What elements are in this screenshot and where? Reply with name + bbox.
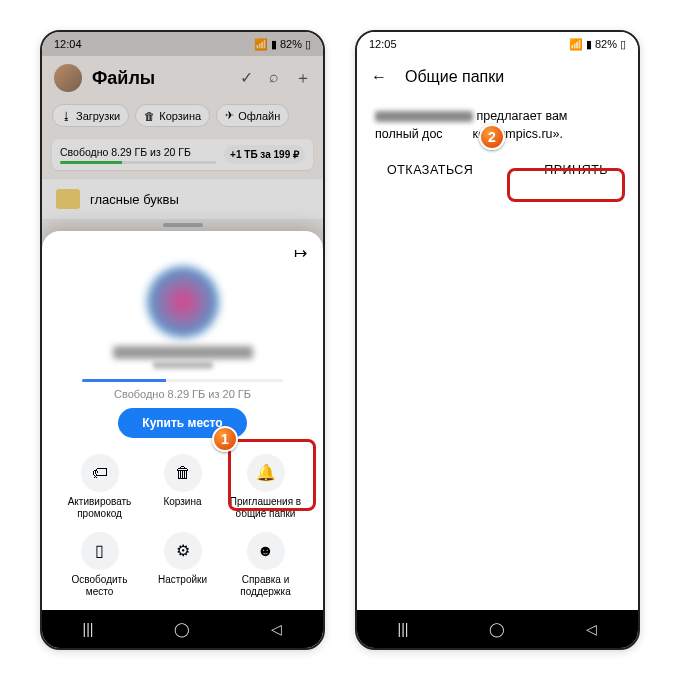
nav-bar: ||| ◯ ◁ [357,610,638,648]
check-icon[interactable]: ✓ [240,68,253,89]
status-icons: 📶 ▮ 82% ▯ [254,38,311,51]
marker-2: 2 [479,124,505,150]
add-icon[interactable]: ＋ [295,68,311,89]
wifi-icon: 📶 [569,38,583,51]
sheet-storage-text: Свободно 8.29 ГБ из 20 ГБ [52,388,313,400]
page-title: Файлы [92,68,230,89]
avatar[interactable] [54,64,82,92]
phone-right: 12:05 📶 ▮ 82% ▯ ← Общие папки предлагает… [355,30,640,650]
storage-free: Свободно 8.29 ГБ из 20 ГБ [60,146,216,158]
nav-back[interactable]: ◁ [586,621,597,637]
marker-1: 1 [212,426,238,452]
folder-name: гласные буквы [90,192,179,207]
trash-icon: 🗑 [144,110,155,122]
action-trash[interactable]: 🗑 Корзина [141,450,224,524]
battery-icon: ▯ [305,38,311,51]
app-header: ← Общие папки [357,56,638,98]
plane-icon: ✈ [225,109,234,122]
decline-button[interactable]: ОТКАЗАТЬСЯ [373,157,487,183]
signal-icon: ▮ [271,38,277,51]
status-bar: 12:05 📶 ▮ 82% ▯ [357,32,638,56]
nav-home[interactable]: ◯ [174,621,190,637]
nav-recent[interactable]: ||| [398,621,409,637]
back-icon[interactable]: ← [371,68,387,86]
wifi-icon: 📶 [254,38,268,51]
page-title: Общие папки [405,68,504,86]
folder-item[interactable]: гласные буквы [42,178,323,219]
action-free-space[interactable]: ▯ Освободить место [58,528,141,602]
status-icons: 📶 ▮ 82% ▯ [569,38,626,51]
invite-actions: ОТКАЗАТЬСЯ ПРИНЯТЬ [357,149,638,195]
action-help[interactable]: ☻ Справка и поддержка [224,528,307,602]
bottom-sheet: ↦ Свободно 8.29 ГБ из 20 ГБ Купить место… [42,231,323,610]
status-time: 12:05 [369,38,397,50]
phone-icon: ▯ [81,532,119,570]
trash-icon: 🗑 [164,454,202,492]
action-settings[interactable]: ⚙ Настройки [141,528,224,602]
folder-icon [56,189,80,209]
tag-icon: 🏷 [81,454,119,492]
chip-trash[interactable]: 🗑Корзина [135,104,210,127]
nav-home[interactable]: ◯ [489,621,505,637]
accept-button[interactable]: ПРИНЯТЬ [530,157,622,183]
battery-text: 82% [595,38,617,50]
status-bar: 12:04 📶 ▮ 82% ▯ [42,32,323,56]
chip-offline[interactable]: ✈Офлайн [216,104,289,127]
app-header: Файлы ✓ ⌕ ＋ [42,56,323,100]
user-name-blurred [113,346,253,359]
bell-icon: 🔔 [247,454,285,492]
help-icon: ☻ [247,532,285,570]
sheet-drag-handle[interactable] [163,223,203,227]
storage-offer[interactable]: +1 ТБ за 199 ₽ [224,145,305,164]
nav-bar: ||| ◯ ◁ [42,610,323,648]
nav-recent[interactable]: ||| [83,621,94,637]
phone-left: 12:04 📶 ▮ 82% ▯ Файлы ✓ ⌕ ＋ ⭳Загрузки 🗑К… [40,30,325,650]
inviter-name-blurred [375,111,473,122]
action-promo[interactable]: 🏷 Активировать промокод [58,450,141,524]
storage-banner[interactable]: Свободно 8.29 ГБ из 20 ГБ +1 ТБ за 199 ₽ [52,139,313,170]
exit-icon[interactable]: ↦ [294,243,307,262]
signal-icon: ▮ [586,38,592,51]
download-icon: ⭳ [61,110,72,122]
actions-grid: 🏷 Активировать промокод 🗑 Корзина 🔔 Приг… [52,450,313,602]
search-icon[interactable]: ⌕ [269,68,279,89]
gear-icon: ⚙ [164,532,202,570]
battery-icon: ▯ [620,38,626,51]
user-email-blurred [153,361,213,369]
battery-text: 82% [280,38,302,50]
status-time: 12:04 [54,38,82,50]
chips-row: ⭳Загрузки 🗑Корзина ✈Офлайн [42,100,323,131]
nav-back[interactable]: ◁ [271,621,282,637]
action-invites[interactable]: 🔔 Приглашения в общие папки [224,450,307,524]
chip-downloads[interactable]: ⭳Загрузки [52,104,129,127]
user-avatar [147,266,219,338]
